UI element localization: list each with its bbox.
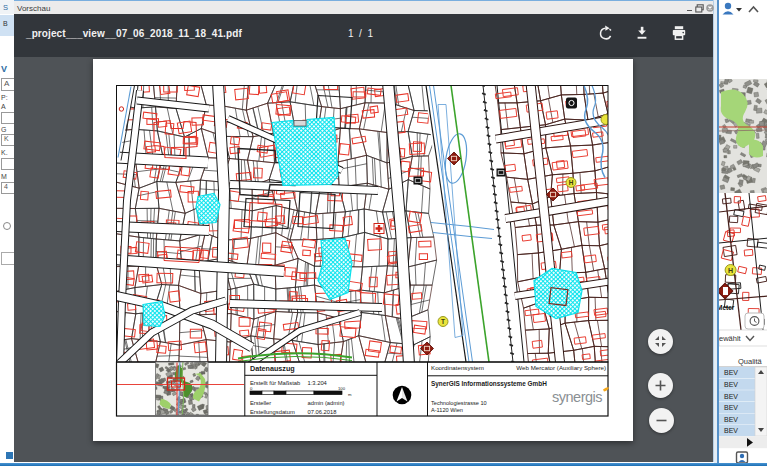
svg-text:BEV: BEV [724,381,738,388]
svg-text:Ersteller: Ersteller [250,399,271,405]
svg-text:Datenauszug: Datenauszug [250,364,295,373]
svg-text:ewählt: ewählt [719,334,742,343]
svg-text:synergis: synergis [552,388,602,404]
svg-text:Qualitä: Qualitä [738,357,763,366]
svg-text:Meter: Meter [719,304,735,311]
svg-text:Web Mercator (Auxiliary Sphere: Web Mercator (Auxiliary Sphere) [516,364,606,371]
svg-text:100: 100 [338,386,346,391]
svg-text:Technologiestrasse 10: Technologiestrasse 10 [431,400,487,406]
svg-text:admin (admin): admin (admin) [308,399,345,405]
svg-text:T: T [441,317,445,324]
svg-text:BEV: BEV [724,404,738,411]
svg-text:BEV: BEV [724,393,738,400]
svg-text:BEV: BEV [724,416,738,423]
svg-text:Erstellungsdatum: Erstellungsdatum [250,409,295,415]
svg-text:BEV: BEV [724,427,738,434]
svg-text:Erstellt für Maßstab: Erstellt für Maßstab [250,380,300,386]
svg-text:0: 0 [250,386,253,391]
svg-text:Koordinatensystem: Koordinatensystem [431,364,484,371]
svg-text:H: H [569,178,574,185]
svg-text:SynerGIS Informationssysteme G: SynerGIS Informationssysteme GmbH [431,379,547,387]
svg-text:1:3.204: 1:3.204 [308,380,328,386]
svg-text:A-1120 Wien: A-1120 Wien [431,406,463,412]
svg-text:BEV: BEV [724,369,738,376]
svg-text:H: H [728,267,733,274]
svg-text:07.06.2018: 07.06.2018 [308,409,337,415]
svg-text:m: m [348,391,352,396]
